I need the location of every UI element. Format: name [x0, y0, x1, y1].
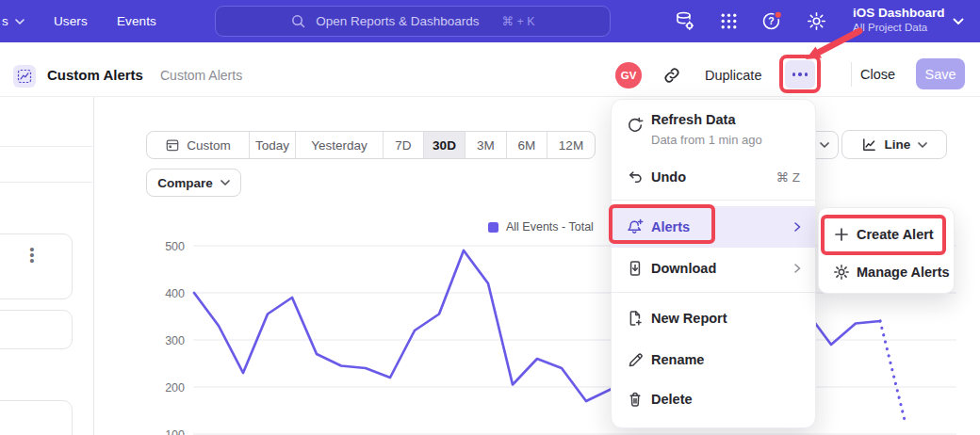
avatar[interactable]: GV	[615, 62, 642, 89]
range-30d-selected[interactable]: 30D	[423, 132, 465, 158]
range-today[interactable]: Today	[249, 132, 295, 158]
duplicate-button[interactable]: Duplicate	[705, 68, 761, 83]
date-range-control: Custom Today Yesterday 7D 30D 3M 6M 12M	[146, 131, 596, 159]
search-placeholder: Open Reports & Dashboards	[316, 14, 479, 28]
menu-item-delete[interactable]: Delete	[612, 379, 815, 420]
sidebar-card[interactable]: •••	[0, 234, 73, 299]
report-header: Custom Alerts Custom Alerts GV Duplicate…	[0, 42, 980, 97]
chevron-right-icon	[791, 220, 804, 234]
submenu-item-create-alert[interactable]: Create Alert	[819, 216, 954, 253]
nav-partial-label: s	[2, 14, 8, 28]
kebab-menu-icon[interactable]: •••	[24, 247, 40, 264]
report-context-menu: Refresh Data Data from 1 min ago Undo ⌘ …	[611, 99, 816, 428]
range-12m[interactable]: 12M	[547, 132, 595, 158]
calendar-icon	[165, 137, 180, 153]
nav-item-events[interactable]: Events	[117, 0, 156, 42]
gear-icon	[833, 264, 850, 281]
project-scope: All Project Data	[853, 21, 945, 35]
help-icon[interactable]: ?	[761, 10, 783, 32]
menu-item-sublabel: Data from 1 min ago	[651, 133, 762, 147]
apps-grid-icon[interactable]	[718, 10, 740, 32]
submenu-item-manage-alerts[interactable]: Manage Alerts	[819, 253, 954, 291]
series-line-projected-dotted	[880, 321, 905, 420]
trash-icon	[627, 391, 644, 408]
report-type-tile	[13, 65, 36, 88]
sidebar-card[interactable]	[0, 310, 73, 349]
range-custom[interactable]: Custom	[147, 132, 249, 158]
menu-item-download[interactable]: Download	[612, 248, 815, 289]
notification-dot	[775, 11, 782, 19]
search-input[interactable]: Open Reports & Dashboards ⌘ + K	[215, 6, 611, 37]
menu-item-alerts[interactable]: Alerts	[612, 206, 815, 248]
data-management-icon[interactable]	[674, 10, 695, 32]
compare-button[interactable]: Compare	[146, 169, 241, 197]
chevron-right-icon	[791, 262, 804, 275]
legend-swatch	[488, 222, 498, 233]
project-switcher[interactable]: iOS Dashboard All Project Data	[853, 5, 945, 35]
top-navbar: s Users Events Open Reports & Dashboards…	[0, 0, 980, 42]
y-axis-tick-label: 100	[165, 428, 185, 435]
sidebar-row-divider	[0, 182, 92, 183]
page-title: Custom Alerts	[47, 67, 143, 83]
nav-item-users[interactable]: Users	[54, 0, 88, 42]
y-axis-tick-label: 200	[165, 381, 185, 395]
chevron-down-icon	[918, 142, 927, 148]
line-chart-icon	[861, 137, 877, 153]
menu-divider	[612, 292, 815, 293]
range-3m[interactable]: 3M	[465, 132, 506, 158]
bell-plus-icon	[627, 218, 644, 235]
chart-type-button[interactable]: Line	[841, 130, 947, 159]
chevron-down-icon	[220, 180, 230, 185]
plus-icon	[833, 226, 850, 243]
menu-item-refresh-data[interactable]: Refresh Data Data from 1 min ago	[612, 107, 815, 154]
range-7d[interactable]: 7D	[383, 132, 423, 158]
chevron-down-icon	[953, 18, 964, 25]
range-6m[interactable]: 6M	[506, 132, 547, 158]
legend-label: All Events - Total	[506, 220, 594, 234]
settings-gear-icon[interactable]	[806, 10, 827, 32]
sidebar-card[interactable]	[0, 400, 73, 435]
more-dots-icon	[792, 72, 795, 75]
y-axis-tick-label: 300	[165, 334, 185, 347]
undo-icon	[627, 169, 644, 185]
chart-legend: All Events - Total	[488, 220, 594, 234]
header-divider	[851, 62, 852, 87]
menu-divider	[612, 200, 815, 201]
breadcrumb[interactable]: Custom Alerts	[160, 68, 242, 83]
menu-item-new-report[interactable]: New Report	[612, 298, 815, 339]
menu-item-undo[interactable]: Undo ⌘ Z	[612, 156, 815, 198]
download-icon	[627, 260, 644, 277]
svg-text:?: ?	[768, 16, 774, 26]
save-button[interactable]: Save	[916, 58, 965, 89]
insights-chart-icon	[17, 69, 32, 84]
search-icon	[290, 13, 306, 29]
more-options-button[interactable]	[785, 60, 815, 89]
refresh-icon	[627, 117, 644, 134]
menu-item-rename[interactable]: Rename	[612, 339, 815, 380]
close-button[interactable]: Close	[860, 67, 895, 82]
alerts-submenu: Create Alert Manage Alerts	[818, 207, 955, 294]
file-plus-icon	[627, 310, 644, 327]
menu-item-shortcut: ⌘ Z	[776, 169, 801, 185]
sidebar-divider	[93, 97, 94, 435]
project-name: iOS Dashboard	[853, 5, 945, 21]
range-yesterday[interactable]: Yesterday	[295, 132, 383, 158]
nav-item-boards-partial[interactable]: s	[2, 0, 24, 42]
pencil-icon	[627, 351, 644, 368]
chevron-down-icon	[15, 19, 24, 24]
sidebar-row-divider	[0, 146, 92, 147]
chevron-down-icon	[820, 142, 829, 148]
share-link-icon[interactable]	[662, 66, 681, 85]
search-shortcut: ⌘ + K	[502, 14, 535, 28]
y-axis-tick-label: 400	[165, 287, 185, 300]
y-axis-tick-label: 500	[165, 240, 185, 253]
